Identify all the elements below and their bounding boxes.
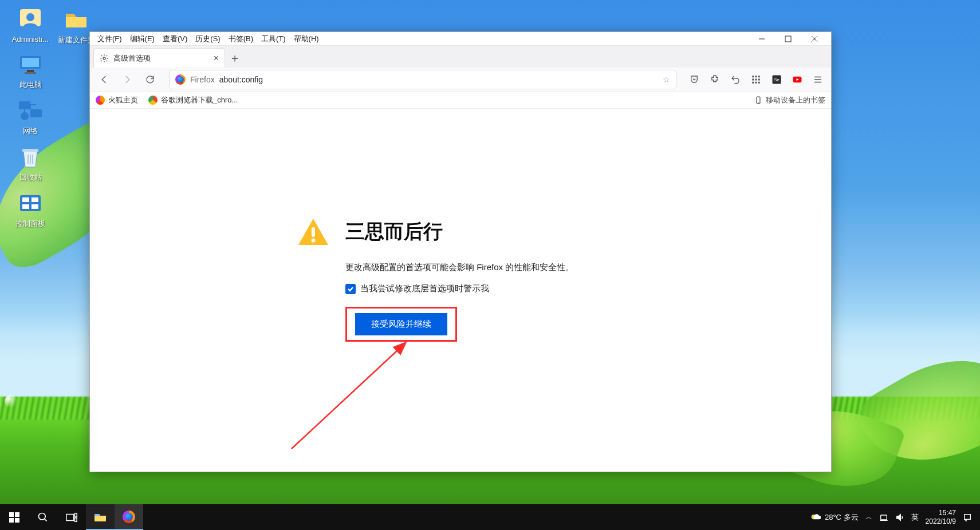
svg-rect-9 (22, 149, 38, 152)
url-prefix: Firefox (190, 75, 215, 84)
svg-rect-23 (752, 81, 754, 83)
url-text: about:config (219, 75, 263, 84)
bookmark-firefox-home[interactable]: 火狐主页 (96, 95, 138, 105)
desktop-icon-ctrlpanel[interactable]: 控制面板 (6, 189, 55, 229)
menu-tools[interactable]: 工具(T) (257, 34, 290, 44)
gear-icon (100, 54, 109, 63)
menu-file[interactable]: 文件(F) (93, 34, 126, 44)
taskbar-explorer[interactable] (86, 504, 115, 530)
clock-time: 15:47 (926, 509, 956, 517)
bookmark-label: 移动设备上的书签 (766, 95, 825, 105)
desktop-icon-network[interactable]: 网络 (6, 97, 55, 136)
svg-rect-5 (25, 72, 36, 74)
taskbar-firefox[interactable] (115, 504, 143, 530)
tab-strip: 高级首选项 × ＋ (90, 46, 831, 68)
search-button[interactable] (29, 504, 57, 530)
selenium-icon[interactable]: Se (768, 71, 785, 88)
svg-rect-14 (32, 204, 38, 209)
desktop-label: 此电脑 (6, 80, 55, 90)
svg-rect-36 (15, 518, 19, 523)
bookmarks-bar: 火狐主页 谷歌浏览器下载_chro... 移动设备上的书签 (90, 92, 831, 109)
bookmark-chrome[interactable]: 谷歌浏览器下载_chro... (148, 95, 238, 105)
maximize-button[interactable] (775, 32, 801, 46)
youtube-icon[interactable] (789, 71, 806, 88)
warn-checkbox[interactable] (345, 284, 356, 294)
page-content: 三思而后行 更改高级配置的首选项可能会影响 Firefox 的性能和安全性。 当… (90, 109, 831, 472)
menu-view[interactable]: 查看(V) (159, 34, 191, 44)
bubble-decor (5, 395, 17, 408)
svg-rect-21 (755, 78, 757, 80)
menu-edit[interactable]: 编辑(E) (126, 34, 159, 44)
annotation-arrow (280, 340, 418, 457)
tray-network-icon[interactable] (879, 513, 888, 522)
svg-rect-13 (22, 204, 29, 209)
minimize-button[interactable] (749, 32, 775, 46)
desktop-icon-recycle[interactable]: 回收站 (6, 143, 55, 183)
menu-help[interactable]: 帮助(H) (290, 34, 323, 44)
back-button[interactable] (95, 70, 114, 89)
svg-rect-20 (752, 78, 754, 80)
weather-text: 28°C 多云 (825, 512, 859, 523)
reload-button[interactable] (140, 70, 160, 89)
bookmark-label: 火狐主页 (108, 95, 138, 105)
accept-risk-button[interactable]: 接受风险并继续 (355, 313, 447, 335)
page-title: 三思而后行 (345, 219, 443, 245)
svg-rect-42 (880, 515, 887, 520)
svg-rect-4 (27, 70, 34, 72)
tray-notifications-icon[interactable] (963, 513, 972, 522)
menu-bookmarks[interactable]: 书签(B) (225, 34, 257, 44)
highlight-box: 接受风险并继续 (345, 307, 457, 342)
bookmark-star-icon[interactable]: ☆ (663, 75, 670, 84)
svg-rect-40 (75, 517, 77, 521)
svg-rect-19 (758, 76, 760, 77)
tray-weather[interactable]: 28°C 多云 (810, 512, 859, 523)
mobile-icon (754, 96, 762, 104)
menubar: 文件(F) 编辑(E) 查看(V) 历史(S) 书签(B) 工具(T) 帮助(H… (90, 32, 831, 46)
close-tab-icon[interactable]: × (214, 53, 219, 64)
desktop-label: 回收站 (6, 172, 55, 183)
svg-text:Se: Se (774, 77, 779, 82)
svg-point-8 (21, 112, 29, 120)
tray-clock[interactable]: 15:47 2022/10/9 (926, 509, 956, 525)
start-button[interactable] (0, 504, 29, 530)
taskview-button[interactable] (57, 504, 86, 530)
undo-icon[interactable] (727, 71, 744, 88)
svg-rect-39 (75, 513, 77, 516)
close-window-button[interactable] (801, 32, 828, 46)
svg-line-32 (292, 343, 405, 449)
weather-icon (810, 512, 821, 523)
desktop-label: 控制面板 (6, 219, 55, 229)
svg-point-1 (26, 13, 34, 21)
svg-rect-30 (312, 227, 315, 237)
svg-rect-38 (66, 514, 74, 520)
forward-button[interactable] (117, 70, 137, 89)
apps-icon[interactable] (747, 71, 765, 88)
save-to-pocket-icon[interactable] (686, 71, 703, 88)
mobile-bookmarks[interactable]: 移动设备上的书签 (754, 95, 825, 105)
svg-rect-35 (9, 518, 14, 523)
svg-rect-15 (785, 36, 791, 42)
svg-rect-22 (758, 78, 760, 80)
extension-icon[interactable] (706, 71, 723, 88)
bookmark-label: 谷歌浏览器下载_chro... (161, 95, 238, 105)
tray-chevron-icon[interactable]: ︿ (865, 512, 872, 522)
firefox-window: 文件(F) 编辑(E) 查看(V) 历史(S) 书签(B) 工具(T) 帮助(H… (89, 31, 832, 472)
checkbox-label: 当我尝试修改底层首选项时警示我 (360, 283, 489, 294)
svg-rect-12 (32, 197, 38, 202)
svg-rect-17 (752, 76, 754, 77)
svg-point-31 (312, 239, 316, 243)
tab-title: 高级首选项 (113, 53, 151, 64)
hamburger-menu-icon[interactable] (809, 71, 826, 88)
tray-volume-icon[interactable] (895, 513, 904, 522)
menu-history[interactable]: 历史(S) (191, 34, 224, 44)
tab-active[interactable]: 高级首选项 × (93, 48, 225, 68)
desktop-icon-admin[interactable]: Administr... (6, 6, 55, 43)
new-tab-button[interactable]: ＋ (225, 48, 245, 68)
svg-rect-11 (22, 197, 29, 202)
chrome-icon (148, 96, 158, 105)
warning-text: 更改高级配置的首选项可能会影响 Firefox 的性能和安全性。 (345, 262, 629, 273)
url-bar[interactable]: Firefox about:config ☆ (169, 70, 676, 89)
svg-rect-7 (30, 109, 42, 117)
tray-ime[interactable]: 英 (911, 512, 919, 523)
desktop-icon-thispc[interactable]: 此电脑 (6, 50, 55, 90)
